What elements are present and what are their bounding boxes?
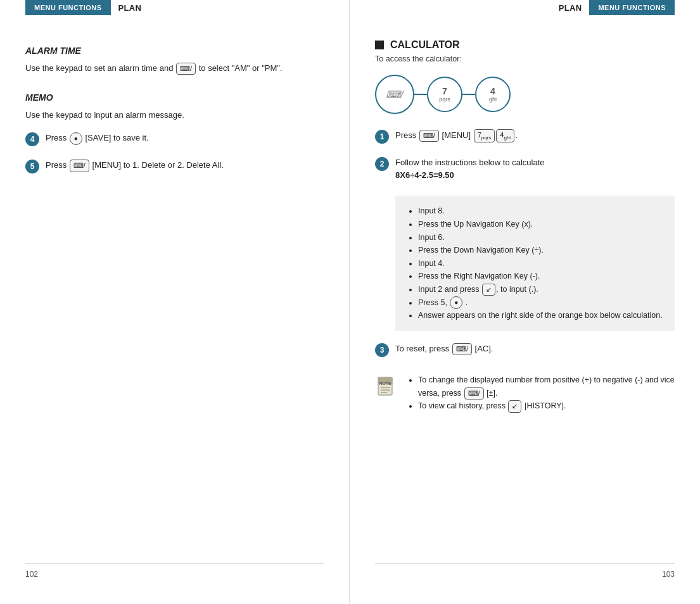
note-icon: NOTE <box>375 375 399 399</box>
seven-key-button: 7 pqrs <box>427 77 462 112</box>
square-icon <box>375 41 384 49</box>
center-key-inline: ● <box>450 296 462 309</box>
seven-key-inline: 7pqrs <box>474 129 495 142</box>
bullet-1: Input 8. <box>418 204 663 218</box>
alarm-time-body: Use the keypad to set an alarm time and … <box>25 62 324 75</box>
step-1: 1 Press ⌨/ [MENU] 7pqrs4ghi. <box>375 129 675 144</box>
alarm-time-title: ALARM TIME <box>25 46 324 56</box>
left-header: MENU FUNCTIONS PLAN <box>25 0 324 15</box>
step-5: 5 Press ⌨/ [MENU] to 1. Delete or 2. Del… <box>25 159 324 173</box>
bullet-2: Press the Up Navigation Key (x). <box>418 218 663 231</box>
step-1-text: Press ⌨/ [MENU] 7pqrs4ghi. <box>395 129 518 142</box>
ac-key-icon: ⌨/ <box>452 343 472 355</box>
function-key-inline: ⌨/ <box>419 130 439 142</box>
calculator-heading: CALCULATOR <box>375 39 675 51</box>
memo-body: Use the keypad to input an alarm message… <box>25 109 324 122</box>
step-5-circle: 5 <box>25 160 39 173</box>
step-3-text: To reset, press ⌨/ [AC]. <box>395 343 493 355</box>
memo-title: MEMO <box>25 92 324 103</box>
bullet-7: Input 2 and press ↙, to input (.). <box>418 283 663 296</box>
seven-key-num: 7 <box>442 86 447 96</box>
step-3: 3 To reset, press ⌨/ [AC]. <box>375 343 675 357</box>
function-key-button: ⌨/ <box>375 75 414 114</box>
note-2: To view cal history, press ↙ [HISTORY]. <box>418 400 675 413</box>
note-1: To change the displayed number from posi… <box>418 374 675 400</box>
four-key-inline: 4ghi <box>496 129 514 142</box>
step-2-text: Follow the instructions below to calcula… <box>395 156 545 182</box>
left-plan-label: PLAN <box>118 3 142 13</box>
step-4: 4 Press ● [SAVE] to save it. <box>25 132 324 146</box>
right-page-number: 103 <box>662 570 675 579</box>
formula: 8X6÷4-2.5=9.50 <box>395 170 454 180</box>
bullet-9: Answer appears on the right side of the … <box>418 309 663 322</box>
function-key-icon: ⌨/ <box>176 63 196 75</box>
bullet-3: Input 6. <box>418 231 663 244</box>
step-1-circle: 1 <box>375 130 389 144</box>
left-menu-functions-badge: MENU FUNCTIONS <box>25 0 111 15</box>
note-content: To change the displayed number from posi… <box>407 374 675 413</box>
four-key-num: 4 <box>490 86 495 96</box>
nav-key-inline: ↙ <box>482 284 495 296</box>
bullet-4: Press the Down Navigation Key (÷). <box>418 244 663 257</box>
step-2: 2 Follow the instructions below to calcu… <box>375 156 675 182</box>
bullet-6: Press the Right Navigation Key (-). <box>418 270 663 283</box>
note-box: NOTE To change the displayed number from… <box>375 374 675 413</box>
slash-icon: ⌨/ <box>386 89 403 101</box>
left-page-number: 102 <box>25 570 38 579</box>
key-connector-2 <box>462 94 475 95</box>
step-4-text: Press ● [SAVE] to save it. <box>46 132 149 145</box>
step-4-circle: 4 <box>25 132 39 146</box>
step-2-circle: 2 <box>375 157 389 171</box>
calculator-bullets: Input 8. Press the Up Navigation Key (x)… <box>407 204 663 322</box>
bullet-8: Press 5, ● . <box>418 296 663 310</box>
svg-text:NOTE: NOTE <box>379 381 391 386</box>
right-menu-functions-badge: MENU FUNCTIONS <box>589 0 675 15</box>
four-key-sub: ghi <box>489 96 497 103</box>
step-3-circle: 3 <box>375 343 389 357</box>
save-key-icon: ● <box>70 132 82 145</box>
right-plan-label: PLAN <box>559 3 582 13</box>
plus-minus-key: ⌨/ <box>464 387 484 400</box>
key-connector-1 <box>414 94 427 95</box>
right-header: PLAN MENU FUNCTIONS <box>375 0 675 15</box>
step-5-text: Press ⌨/ [MENU] to 1. Delete or 2. Delet… <box>46 159 224 172</box>
seven-key-sub: pqrs <box>439 96 450 103</box>
history-key: ↙ <box>508 400 521 412</box>
calculator-subtext: To access the calculator: <box>375 54 675 63</box>
menu-key-icon-left: ⌨/ <box>70 160 89 172</box>
calculator-diagram: ⌨/ 7 pqrs 4 ghi <box>375 75 675 114</box>
four-key-button: 4 ghi <box>475 77 511 112</box>
calculator-bullet-box: Input 8. Press the Up Navigation Key (x)… <box>395 196 675 331</box>
bullet-5: Input 4. <box>418 257 663 270</box>
